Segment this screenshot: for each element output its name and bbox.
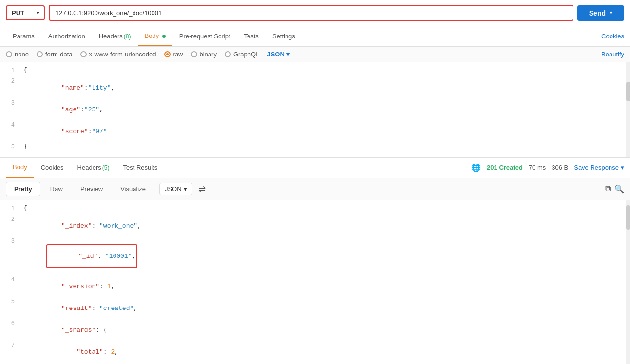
response-tab-bar: Body Cookies Headers(5) Test Results 🌐 2… xyxy=(0,158,630,178)
tab-headers[interactable]: Headers(8) xyxy=(92,27,138,46)
radio-urlencoded-circle xyxy=(80,51,87,57)
request-tab-bar: Params Authorization Headers(8) Body Pre… xyxy=(0,26,630,47)
req-line-3: 3 "age":"25", xyxy=(0,99,630,121)
req-editor-scrollbar[interactable] xyxy=(626,62,630,157)
url-bar: PUT ▾ 127.0.0.1:9200/work_one/_doc/10001… xyxy=(0,0,630,26)
json-chevron-icon: ▾ xyxy=(286,51,290,58)
res-line-3: 3 "_id": "10001", xyxy=(0,237,630,275)
response-format-bar: Pretty Raw Preview Visualize JSON ▾ ⇌ ⧉ … xyxy=(0,178,630,200)
tab-tests[interactable]: Tests xyxy=(237,27,266,46)
send-chevron-icon: ▾ xyxy=(610,10,612,16)
body-active-dot xyxy=(162,35,166,38)
send-label: Send xyxy=(589,9,606,17)
res-line-6: 6 "_shards": { xyxy=(0,319,630,341)
req-editor-scrollbar-thumb xyxy=(626,82,630,101)
req-line-5: 5 } xyxy=(0,143,630,153)
tab-authorization[interactable]: Authorization xyxy=(41,27,92,46)
response-json-chevron-icon: ▾ xyxy=(184,185,187,193)
radio-binary[interactable]: binary xyxy=(191,51,217,58)
status-code: 201 Created xyxy=(487,164,523,171)
body-type-bar: none form-data x-www-form-urlencoded raw… xyxy=(0,47,630,62)
req-line-4: 4 "score":"97" xyxy=(0,121,630,143)
method-label: PUT xyxy=(12,9,24,17)
radio-raw-circle xyxy=(164,51,171,57)
response-status: 🌐 201 Created 70 ms 306 B Save Response … xyxy=(471,163,624,172)
tab-params[interactable]: Params xyxy=(6,27,41,46)
response-tab-test-results[interactable]: Test Results xyxy=(116,158,164,177)
req-line-2: 2 "name":"Lity", xyxy=(0,77,630,99)
response-format-json-selector[interactable]: JSON ▾ xyxy=(159,183,192,195)
method-chevron-icon: ▾ xyxy=(37,10,39,16)
response-tab-body[interactable]: Body xyxy=(6,158,34,178)
format-pretty[interactable]: Pretty xyxy=(6,182,40,196)
tab-body[interactable]: Body xyxy=(138,26,172,46)
radio-form-data[interactable]: form-data xyxy=(37,51,73,58)
radio-raw[interactable]: raw xyxy=(164,51,183,58)
request-body-editor[interactable]: 1 { 2 "name":"Lity", 3 "age":"25", 4 "sc… xyxy=(0,62,630,158)
response-body-viewer: 1 { 2 "_index": "work_one", 3 "_id": "10… xyxy=(0,200,630,364)
globe-icon: 🌐 xyxy=(471,163,481,172)
status-time: 70 ms xyxy=(529,164,546,171)
method-selector[interactable]: PUT ▾ xyxy=(6,5,45,20)
copy-icon[interactable]: ⧉ xyxy=(605,184,611,194)
radio-graphql[interactable]: GraphQL xyxy=(225,51,259,58)
radio-binary-circle xyxy=(191,51,197,57)
radio-graphql-circle xyxy=(225,51,231,57)
save-response-chevron-icon: ▾ xyxy=(621,164,624,171)
response-tab-cookies[interactable]: Cookies xyxy=(34,158,71,177)
radio-form-data-circle xyxy=(37,51,43,57)
cookies-link[interactable]: Cookies xyxy=(601,33,624,40)
res-line-1: 1 { xyxy=(0,204,630,215)
beautify-button[interactable]: Beautify xyxy=(601,51,624,58)
tab-pre-request-script[interactable]: Pre-request Script xyxy=(172,27,237,46)
res-line-4: 4 "_version": 1, xyxy=(0,275,630,297)
format-raw[interactable]: Raw xyxy=(42,182,71,196)
format-preview[interactable]: Preview xyxy=(73,182,111,196)
search-icon[interactable]: 🔍 xyxy=(614,184,624,194)
url-input[interactable]: 127.0.0.1:9200/work_one/_doc/10001 xyxy=(49,5,573,21)
wrap-icon[interactable]: ⇌ xyxy=(198,184,206,195)
response-toolbar-right: ⧉ 🔍 xyxy=(605,184,624,194)
res-line-2: 2 "_index": "work_one", xyxy=(0,215,630,237)
send-button[interactable]: Send ▾ xyxy=(577,5,624,21)
req-line-1: 1 { xyxy=(0,66,630,77)
radio-none-circle xyxy=(6,51,12,57)
response-tab-headers[interactable]: Headers(5) xyxy=(71,158,116,177)
radio-x-www-form-urlencoded[interactable]: x-www-form-urlencoded xyxy=(80,51,156,58)
format-visualize[interactable]: Visualize xyxy=(113,182,153,196)
res-viewer-scrollbar[interactable] xyxy=(626,200,630,364)
json-format-selector[interactable]: JSON ▾ xyxy=(267,51,289,58)
radio-none[interactable]: none xyxy=(6,51,29,58)
status-size: 306 B xyxy=(552,164,568,171)
save-response-button[interactable]: Save Response ▾ xyxy=(574,164,624,171)
res-line-5: 5 "result": "created", xyxy=(0,297,630,319)
tab-settings[interactable]: Settings xyxy=(266,27,302,46)
res-viewer-scrollbar-thumb xyxy=(626,205,630,230)
res-line-7: 7 "total": 2, xyxy=(0,341,630,363)
